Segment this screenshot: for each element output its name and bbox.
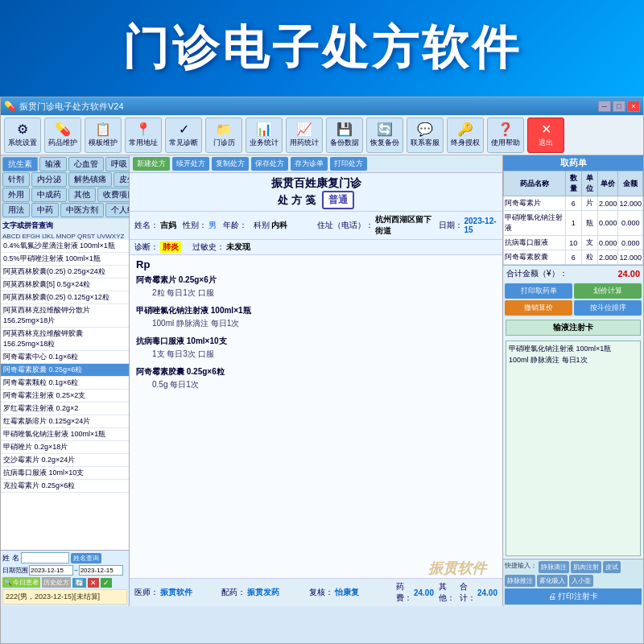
exit-button[interactable]: ✕ 退出 <box>527 118 564 153</box>
history-rx-button[interactable]: 历史处方 <box>42 577 71 588</box>
drug-item[interactable]: 阿莫西林胶囊[5] 0.5g×24粒 <box>1 279 129 291</box>
drug-item[interactable]: 阿莫西林克拉维酸钾分散片 156.25mg×18片 <box>1 304 129 328</box>
drug-item[interactable]: 抗病毒口服液 10ml×10支 <box>1 467 129 480</box>
print-infusion-button[interactable]: 🖨 打印注射卡 <box>505 588 642 605</box>
copy-rx-button[interactable]: 复制处方 <box>212 157 249 171</box>
open-rx-button[interactable]: 续开处方 <box>172 157 209 171</box>
patient-list-item[interactable]: 222(男，2023-12-15)[未结算] <box>2 589 127 605</box>
license-button[interactable]: 🔑 终身授权 <box>447 118 484 153</box>
drug-manage-button[interactable]: 💊 药品维护 <box>44 118 81 153</box>
tab-cardio[interactable]: 心血管 <box>68 157 104 171</box>
tab-antibiotics[interactable]: 抗生素 <box>2 157 38 171</box>
clear-button[interactable]: ✕ <box>88 578 99 588</box>
tab-vitamin[interactable]: 皮生素 <box>114 172 130 187</box>
drug-stats-button[interactable]: 📈 用药统计 <box>286 118 323 153</box>
drug-item[interactable]: 克拉霉素片 0.25g×6粒 <box>1 480 129 493</box>
tab-tcm[interactable]: 中成药 <box>31 188 67 202</box>
drug-item[interactable]: 阿奇霉素注射液 0.25×2支 <box>1 390 129 402</box>
customer-service-button[interactable]: 💬 联系客服 <box>407 118 444 153</box>
restore-button[interactable]: 🔄 恢复备份 <box>366 118 403 153</box>
addr-value: 杭州西湖区留下街道 <box>375 214 434 237</box>
drug-item[interactable]: 阿莫西林克拉维酸钾胶囊 156.25mg×18粒 <box>1 328 129 351</box>
tab-respiratory[interactable]: 呼吸 <box>105 157 130 171</box>
col-qty: 数量 <box>565 171 581 196</box>
drug-item[interactable]: 0.5%甲硝唑注射液 100ml×1瓶 <box>1 253 129 266</box>
maximize-button[interactable]: □ <box>613 101 625 112</box>
nebulize-button[interactable]: 雾化吸入 <box>537 575 568 587</box>
rx-drug-item[interactable]: 阿奇霉素片 0.25g×6片 2粒 每日1次 口服 <box>136 274 496 299</box>
drug-item[interactable]: 0.4%氧氟沙星滴注射液 100ml×1瓶 <box>1 240 129 253</box>
prescription-panel: 新建处方 续开处方 复制处方 保存处方 存为诊单 打印处方 振贯百姓康复门诊 处… <box>130 155 502 606</box>
drug-item-selected[interactable]: 阿奇霉素胶囊 0.25g×6粒 <box>1 364 129 377</box>
biz-stats-button[interactable]: 📊 业务统计 <box>246 118 283 153</box>
tab-usage[interactable]: 用法 <box>2 203 30 217</box>
print-rx-button[interactable]: 打印处方 <box>330 157 367 171</box>
check-label: 复核： <box>309 587 333 598</box>
confirm-button[interactable]: ✓ <box>101 578 112 588</box>
tab-antipyretic[interactable]: 解热镇痛 <box>68 172 112 187</box>
name-input[interactable] <box>21 552 69 564</box>
drug-item[interactable]: 阿莫西林胶囊(0.25) 0.25g×24粒 <box>1 266 129 279</box>
tab-other[interactable]: 其他 <box>68 188 96 202</box>
date-from-input[interactable] <box>29 565 73 576</box>
tab-infusion[interactable]: 输液 <box>39 157 67 171</box>
visit-history-button[interactable]: 📁 门诊历 <box>205 118 242 153</box>
backup-button[interactable]: 💾 备份数据 <box>326 118 363 153</box>
tab-endocrine[interactable]: 内分泌 <box>31 172 67 187</box>
drug-item[interactable]: 罗红霉素注射液 0.2g×2 <box>1 402 129 415</box>
new-rx-button[interactable]: 新建处方 <box>133 157 170 171</box>
revoke-calc-button[interactable]: 撤销算价 <box>505 300 572 316</box>
name-search-row: 姓 名 姓名查询 <box>2 552 127 564</box>
drug-item[interactable]: 红霉素肠溶片 0.125g×24片 <box>1 415 129 428</box>
table-row[interactable]: 阿奇霉素胶囊 6 粒 2.000 12.000 <box>504 250 643 265</box>
drug-item[interactable]: 阿奇霉素颗粒 0.1g×6粒 <box>1 377 129 390</box>
rx-drug-item[interactable]: 阿奇霉素胶囊 0.25g×6粒 0.5g 每日1次 <box>136 365 496 391</box>
common-addr-button[interactable]: 📍 常用地址 <box>125 118 162 153</box>
doctor-value: 振贯软件 <box>160 587 192 598</box>
amount-cell: 12.000 <box>618 250 643 265</box>
table-row[interactable]: 抗病毒口服液 10 支 0.000 0.000 <box>504 236 643 250</box>
skin-test-button[interactable]: 皮试 <box>603 561 621 573</box>
table-row[interactable]: 甲硝唑氯化钠注射液 1 瓶 0.000 0.000 <box>504 211 643 236</box>
tab-personal[interactable]: 个人组套 <box>105 203 130 217</box>
print-drug-sheet-button[interactable]: 打印取药单 <box>505 283 572 299</box>
drug-item[interactable]: 甲硝唑氯化钠注射液 100ml×1瓶 <box>1 428 129 441</box>
clinic-name: 振贯百姓康复门诊 <box>130 176 502 191</box>
sort-button[interactable]: 按斗位排序 <box>574 300 642 316</box>
common-diag-button[interactable]: ✓ 常见诊断 <box>165 118 202 153</box>
common-addr-label: 常用地址 <box>129 138 158 148</box>
tab-fee[interactable]: 收费项目 <box>97 188 130 202</box>
system-settings-button[interactable]: ⚙ 系统设置 <box>4 118 41 153</box>
tab-herb[interactable]: 中药 <box>31 203 59 217</box>
drug-icon: 💊 <box>55 122 71 137</box>
minimize-button[interactable]: ─ <box>598 101 611 112</box>
biz-stats-label: 业务统计 <box>250 138 279 148</box>
drug-item[interactable]: 阿莫西林胶囊(0.25) 0.125g×12粒 <box>1 291 129 304</box>
window-controls[interactable]: ─ □ × <box>598 101 640 112</box>
name-search-button[interactable]: 姓名查询 <box>71 553 101 564</box>
template-button[interactable]: 📋 模板维护 <box>85 118 122 153</box>
save-as-order-button[interactable]: 存为诊单 <box>291 157 328 171</box>
table-row[interactable]: 阿奇霉素片 6 片 2.000 12.000 <box>504 196 643 211</box>
drug-item[interactable]: 甲硝唑片 0.2g×18片 <box>1 441 129 454</box>
close-button[interactable]: × <box>627 101 640 112</box>
date-to-input[interactable] <box>79 565 123 576</box>
rx-drug-item[interactable]: 抗病毒口服液 10ml×10支 1支 每日3次 口服 <box>136 335 496 361</box>
drug-name: 抗病毒口服液 10ml×10支 <box>136 335 496 348</box>
tab-injection[interactable]: 针剂 <box>2 172 30 187</box>
unit-cell: 粒 <box>581 250 597 265</box>
drug-item[interactable]: 交沙霉素片 0.2g×24片 <box>1 454 129 467</box>
save-rx-button[interactable]: 保存处方 <box>251 157 288 171</box>
today-patients-button[interactable]: 🔍 今日患者 <box>2 577 40 588</box>
drug-item[interactable]: 阿奇霉素中心 0.1g×6粒 <box>1 351 129 364</box>
help-button[interactable]: ❓ 使用帮助 <box>487 118 524 153</box>
iv-drip-button[interactable]: 静脉滴注 <box>539 561 569 573</box>
iv-push-button[interactable]: 静脉推注 <box>505 575 535 587</box>
refresh-button[interactable]: 🔄 <box>72 578 86 588</box>
tab-external[interactable]: 外用 <box>2 188 30 202</box>
rx-drug-item[interactable]: 甲硝唑氯化钠注射液 100ml×1瓶 100ml 静脉滴注 每日1次 <box>136 304 496 330</box>
small-pot-button[interactable]: 入小壶 <box>569 575 593 587</box>
tab-formula[interactable]: 中医方剂 <box>60 203 104 217</box>
calc-price-button[interactable]: 划价计算 <box>574 283 642 299</box>
im-inject-button[interactable]: 肌肉注射 <box>571 561 601 573</box>
